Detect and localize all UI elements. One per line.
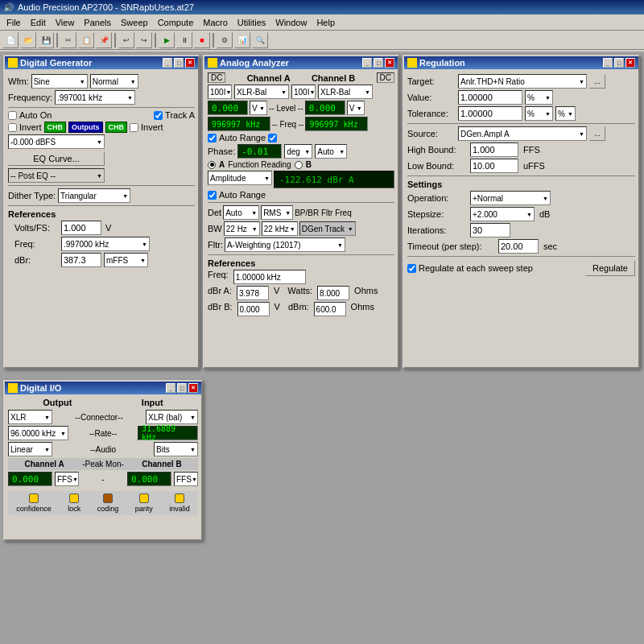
aa-watts-input[interactable] [317, 286, 349, 300]
reg-minimize-btn[interactable]: _ [603, 58, 613, 68]
timeout-input[interactable] [498, 239, 539, 254]
input-a-100i-dropdown[interactable]: 100I ▼ [208, 85, 232, 99]
det-dropdown[interactable]: Auto ▼ [223, 205, 259, 220]
reg-restore-btn[interactable]: □ [614, 58, 624, 68]
new-btn[interactable]: 📄 [2, 32, 19, 48]
cut-btn[interactable]: ✂ [60, 32, 76, 48]
regulate-checkbox[interactable] [407, 264, 416, 273]
redo-btn[interactable]: ↪ [136, 32, 152, 48]
wfm-dropdown[interactable]: Sine ▼ [31, 74, 88, 89]
dgen-track-dropdown[interactable]: DGen Track ▼ [299, 221, 356, 236]
menu-item-view[interactable]: View [51, 17, 80, 28]
input-b-100i-dropdown[interactable]: 100I ▼ [291, 85, 316, 99]
auto-range2-checkbox[interactable] [268, 134, 277, 142]
phase-unit-dropdown[interactable]: deg ▼ [284, 144, 312, 159]
phase-mode-dropdown[interactable]: Auto ▼ [315, 144, 347, 159]
dio-close-btn[interactable]: ✕ [188, 383, 198, 393]
input-a-xlr-dropdown[interactable]: XLR-Bal ▼ [234, 85, 289, 99]
open-btn[interactable]: 📂 [20, 32, 36, 48]
auto-range-checkbox[interactable] [208, 134, 217, 142]
menu-item-edit[interactable]: Edit [26, 17, 51, 28]
menu-item-window[interactable]: Window [270, 17, 312, 28]
fltr-dropdown[interactable]: A-Weighting (12017) ▼ [225, 237, 345, 252]
high-bound-input[interactable] [470, 142, 518, 157]
tolerance-pct-dropdown[interactable]: % ▼ [555, 106, 576, 121]
menu-item-sweep[interactable]: Sweep [116, 17, 153, 28]
menu-item-help[interactable]: Help [312, 17, 340, 28]
dio-restore-btn[interactable]: □ [177, 383, 187, 393]
menu-item-macro[interactable]: Macro [198, 17, 233, 28]
input-connector-dropdown[interactable]: XLR (bal) ▼ [146, 410, 198, 424]
output-connector-dropdown[interactable]: XLR ▼ [8, 410, 52, 424]
post-eq-dropdown[interactable]: -- Post EQ -- ▼ [8, 168, 105, 183]
dbr-unit-dropdown[interactable]: mFFS ▼ [104, 253, 148, 267]
wfm-mode-dropdown[interactable]: Normal ▼ [90, 74, 138, 89]
play-btn[interactable]: ▶ [159, 32, 175, 48]
zoom-btn[interactable]: 🔍 [252, 32, 268, 48]
dg-minimize-btn[interactable]: _ [163, 58, 172, 68]
target-browse-btn[interactable]: ... [589, 74, 605, 89]
aa-close-btn[interactable]: ✕ [385, 58, 394, 68]
rms-dropdown[interactable]: RMS ▼ [261, 205, 293, 220]
bw2-dropdown[interactable]: 22 kHz ▼ [262, 221, 298, 236]
stop-btn[interactable]: ■ [194, 32, 210, 48]
aa-minimize-btn[interactable]: _ [362, 58, 372, 68]
input-audio-dropdown[interactable]: Bits ▼ [154, 442, 198, 456]
invert-checkbox[interactable] [8, 123, 17, 132]
function-radio-b[interactable] [295, 161, 303, 169]
auto-on-checkbox[interactable] [8, 111, 17, 120]
dg-close-btn[interactable]: ✕ [185, 58, 195, 68]
amplitude-dropdown[interactable]: -0.000 dBFS ▼ [8, 134, 105, 149]
iterations-input[interactable] [470, 223, 510, 237]
value-unit-dropdown[interactable]: % ▼ [525, 90, 553, 105]
pause-btn[interactable]: ⏸ [176, 32, 192, 48]
menu-item-compute[interactable]: Compute [153, 17, 199, 28]
paste-btn[interactable]: 📌 [96, 32, 112, 48]
aa-dbr-b-input[interactable] [237, 302, 270, 316]
function-radio-a[interactable] [208, 161, 216, 169]
undo-btn[interactable]: ↩ [118, 32, 134, 48]
low-bound-input[interactable] [470, 159, 518, 173]
menu-item-panels[interactable]: Panels [79, 17, 116, 28]
stepsize-dropdown[interactable]: +2.000 ▼ [470, 207, 535, 221]
outputs-badge[interactable]: Outputs [68, 122, 103, 133]
dio-ch-a-unit-dropdown[interactable]: FFS ▼ [55, 472, 79, 486]
function-type-dropdown[interactable]: Amplitude ▼ [208, 171, 272, 185]
aa-dbm-input[interactable] [314, 302, 346, 316]
menu-item-utilities[interactable]: Utilities [233, 17, 270, 28]
track-a-checkbox[interactable] [154, 111, 163, 120]
freq-dropdown[interactable]: .997001 kHz ▼ [55, 90, 135, 105]
tolerance-input[interactable] [458, 106, 522, 121]
source-browse-btn[interactable]: ... [589, 126, 605, 141]
eq-curve-button[interactable]: EQ Curve... [8, 151, 105, 166]
source-dropdown[interactable]: DGen.Ampl A ▼ [458, 126, 587, 141]
bw1-dropdown[interactable]: 22 Hz ▼ [224, 221, 260, 236]
aa-restore-btn[interactable]: □ [374, 58, 383, 68]
level-b-unit-dropdown[interactable]: V ▼ [347, 101, 365, 115]
menu-item-file[interactable]: File [2, 17, 26, 28]
target-dropdown[interactable]: Anlr.THD+N Ratio ▼ [458, 74, 587, 89]
output-rate-dropdown[interactable]: 96.0000 kHz ▼ [8, 426, 68, 440]
dio-ch-b-unit-dropdown[interactable]: FFS ▼ [174, 472, 198, 486]
save-btn[interactable]: 💾 [38, 32, 54, 48]
operation-dropdown[interactable]: +Normal ▼ [470, 191, 551, 205]
value-input[interactable] [458, 90, 522, 105]
chart-btn[interactable]: 📊 [234, 32, 250, 48]
freq-ref-dropdown[interactable]: .997000 kHz ▼ [61, 237, 150, 251]
input-b-xlr-dropdown[interactable]: XLR-Bal ▼ [318, 85, 373, 99]
dbr-input[interactable] [61, 253, 101, 267]
volts-input[interactable]: 1.000 [61, 221, 101, 235]
dio-minimize-btn[interactable]: _ [166, 383, 175, 393]
reg-close-btn[interactable]: ✕ [625, 58, 635, 68]
aa-freq-ref-input[interactable] [233, 270, 306, 284]
regulate-button[interactable]: Regulate [585, 260, 635, 276]
dg-restore-btn[interactable]: □ [174, 58, 184, 68]
aa-dbr-a-input[interactable] [237, 286, 269, 300]
copy-btn[interactable]: 📋 [78, 32, 94, 48]
invert2-checkbox[interactable] [130, 123, 138, 132]
auto-range3-checkbox[interactable] [208, 191, 217, 200]
tolerance-unit-dropdown[interactable]: % ▼ [525, 106, 553, 121]
settings-btn[interactable]: ⚙ [217, 32, 233, 48]
level-a-unit-dropdown[interactable]: V ▼ [250, 101, 267, 115]
dither-dropdown[interactable]: Triangular ▼ [58, 188, 130, 203]
